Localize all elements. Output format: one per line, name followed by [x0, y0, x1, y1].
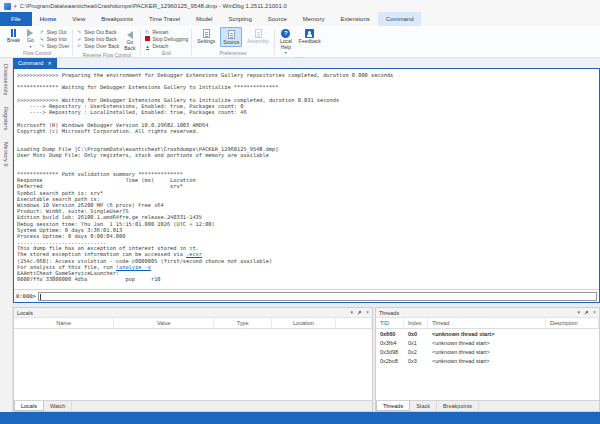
thread-cell-tid: 0x3d98	[376, 349, 404, 355]
break-button[interactable]: Break	[5, 27, 22, 44]
play-icon	[27, 29, 33, 37]
column-header-value[interactable]: Value	[114, 318, 214, 328]
column-header-type[interactable]: Type	[214, 318, 271, 328]
feedback-button[interactable]: Feedback	[297, 27, 323, 45]
feedback-icon	[305, 29, 314, 38]
bottom-tab-threads[interactable]: Threads	[376, 401, 410, 411]
assembly-button[interactable]: Assembly	[245, 27, 271, 45]
ribbon-tab-model[interactable]: Model	[188, 12, 220, 26]
group-preferences: Settings Source Assembly Preferences	[192, 27, 274, 57]
console-command-link[interactable]: .ecxr	[186, 251, 202, 257]
command-window: >>>>>>>>>>>>> Preparing the environment …	[13, 68, 600, 303]
ribbon-tab-view[interactable]: View	[64, 12, 93, 26]
thread-row[interactable]: 0x2bc80x3<unknown thread start>	[376, 356, 599, 365]
ribbon-tab-memory[interactable]: Memory	[295, 12, 333, 26]
chevron-down-icon: ▾	[29, 45, 31, 49]
restart-icon: ↻	[144, 30, 150, 35]
thread-cell-tid: 0x660	[376, 331, 404, 337]
ribbon-tab-scripting[interactable]: Scripting	[220, 12, 259, 26]
ribbon-tab-extensions[interactable]: Extensions	[332, 12, 377, 26]
ribbon-tab-time-travel[interactable]: Time Travel	[141, 12, 188, 26]
step-over-back-icon: ↶	[76, 44, 82, 49]
step-out-button[interactable]: ↱Step Out	[39, 29, 70, 35]
thread-row[interactable]: 0x3fb40x1<unknown thread start>	[376, 338, 599, 347]
step-into-icon: ↳	[39, 37, 45, 42]
column-header-description[interactable]: Description	[546, 318, 599, 328]
thread-cell-tid: 0x2bc8	[376, 358, 404, 364]
bottom-tab-locals[interactable]: Locals	[14, 401, 44, 411]
group-label-preferences: Preferences	[195, 49, 271, 57]
stop-icon	[144, 36, 150, 42]
column-header-index[interactable]: Index	[404, 318, 428, 328]
command-output[interactable]: >>>>>>>>>>>>> Preparing the environment …	[14, 69, 599, 289]
group-label-flow-control: Flow Control	[5, 49, 69, 57]
locals-grid[interactable]	[14, 329, 372, 400]
step-into-back-icon: ↲	[76, 37, 82, 42]
stop-debugging-button[interactable]: Stop Debugging	[144, 36, 188, 42]
ribbon-tab-file[interactable]: File	[0, 12, 32, 26]
thread-cell-index: 0x0	[404, 331, 428, 337]
console-text: For analysis of this file, run	[17, 264, 116, 270]
group-reverse-flow-control: ↰Step Out Back ↲Step Into Back ↶Step Ove…	[73, 27, 140, 57]
document-tab-bar: Command ✕	[13, 58, 600, 68]
go-button[interactable]: Go ▾	[25, 27, 36, 49]
panel-menu-icon[interactable]: ▾	[578, 310, 581, 315]
debugger-prompt: 0:000>	[16, 293, 36, 299]
threads-grid: 0x6600x0<unknown thread start>0x3fb40x1<…	[376, 329, 599, 400]
source-button[interactable]: Source	[220, 27, 242, 47]
settings-icon	[203, 29, 210, 38]
settings-button[interactable]: Settings	[195, 27, 217, 45]
local-help-button[interactable]: ? Local Help ▾	[278, 27, 294, 55]
docked-tab-memory-0[interactable]: Memory 0	[3, 142, 9, 166]
command-input[interactable]	[38, 292, 597, 301]
thread-cell-index: 0x1	[404, 340, 428, 346]
title-bar: ▾ C:\ProgramData\eaanticheat\Crashdumps\…	[0, 0, 600, 12]
console-command-link[interactable]: !analyze -v	[116, 264, 151, 270]
help-icon: ?	[281, 29, 290, 38]
docked-window-strip: DisassemblyRegistersMemory 0	[0, 58, 13, 412]
restart-button[interactable]: ↻Restart	[144, 29, 188, 35]
step-out-back-button[interactable]: ↰Step Out Back	[76, 29, 119, 35]
ribbon-tab-bar: FileHomeViewBreakpointsTime TravelModelS…	[0, 12, 600, 26]
thread-row[interactable]: 0x6600x0<unknown thread start>	[376, 329, 599, 338]
close-icon[interactable]: ×	[366, 310, 369, 315]
pin-icon[interactable]	[357, 310, 362, 316]
thread-cell-thread: <unknown thread start>	[428, 349, 546, 355]
windbg-window: ▾ C:\ProgramData\eaanticheat\Crashdumps\…	[0, 0, 600, 424]
column-header-name[interactable]: Name	[14, 318, 114, 328]
go-back-button[interactable]: Go Back	[122, 27, 137, 51]
column-header-filler	[336, 318, 372, 328]
bottom-tab-watch[interactable]: Watch	[44, 401, 72, 411]
column-header-location[interactable]: Location	[272, 318, 336, 328]
ribbon-tab-command[interactable]: Command	[378, 12, 422, 26]
panel-menu-icon[interactable]: ▾	[351, 310, 354, 315]
bottom-tab-stack[interactable]: Stack	[410, 401, 437, 411]
tab-command[interactable]: Command ✕	[13, 58, 57, 68]
step-into-back-button[interactable]: ↲Step Into Back	[76, 36, 119, 42]
thread-row[interactable]: 0x3d980x2<unknown thread start>	[376, 347, 599, 356]
quick-access-chevron-icon[interactable]: ▾	[14, 4, 17, 9]
go-label: Go	[27, 38, 34, 44]
column-header-tid[interactable]: TID	[376, 318, 404, 328]
thread-cell-index: 0x2	[404, 349, 428, 355]
locals-panel: Locals ▾ × NameValueTypeLocation LocalsW…	[13, 307, 373, 412]
ribbon-tab-source[interactable]: Source	[260, 12, 295, 26]
step-into-button[interactable]: ↳Step Into	[39, 36, 70, 42]
threads-panel-title: Threads	[379, 310, 399, 316]
locals-panel-title: Locals	[17, 310, 33, 316]
ribbon-tab-breakpoints[interactable]: Breakpoints	[93, 12, 141, 26]
step-over-back-button[interactable]: ↶Step Over Back	[76, 43, 119, 49]
docked-tab-registers[interactable]: Registers	[3, 107, 9, 130]
ribbon-tab-home[interactable]: Home	[32, 12, 65, 26]
docked-tab-disassembly[interactable]: Disassembly	[3, 64, 9, 95]
thread-cell-thread: <unknown thread start>	[428, 331, 546, 337]
threads-panel: Threads ▾ × TIDIndexThreadDescription 0x…	[375, 307, 600, 412]
close-icon[interactable]: ✕	[47, 60, 51, 66]
close-icon[interactable]: ×	[593, 310, 596, 315]
status-bar	[0, 412, 600, 424]
window-title: C:\ProgramData\eaanticheat\Crashdumps\PA…	[20, 3, 287, 9]
pause-icon	[11, 29, 16, 37]
bottom-tab-breakpoints[interactable]: Breakpoints	[437, 401, 479, 411]
column-header-thread[interactable]: Thread	[428, 318, 546, 328]
pin-icon[interactable]	[584, 310, 589, 316]
